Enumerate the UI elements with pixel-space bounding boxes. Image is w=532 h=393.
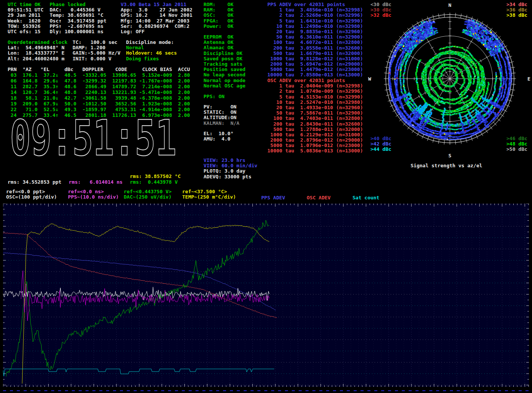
signal-trail-pixel [486,47,488,48]
text-line: Antenna OK [204,40,246,45]
signal-trail-pixel [410,118,412,120]
signal-trail-pixel [471,29,472,30]
signal-trail-pixel [487,31,488,32]
signal-trail-pixel [414,113,416,115]
text-line: V3.00 Beta 15 Jan 2011 [121,2,192,7]
text-line: EEPROM OK [204,34,246,40]
signal-strength-polar-chart: NSEW [367,0,532,170]
text-line: Temp: 38.659691 °C [50,13,107,18]
signal-trail-pixel [414,115,416,117]
text-line: 10000 tau 7.8580e-013 (n=13000) [267,72,363,78]
text-line: RAM: OK [204,7,233,13]
pps-scale-legend: ref=<0.0 ns>PPS~(10.0 ns/div) [68,189,119,200]
text-line: 500 tau 1.6679e-011 (n=32000) [267,51,363,56]
signal-trail-pixel [492,54,493,56]
signal-trail-pixel [390,85,391,86]
phase-locked-block: Phase lockedDAC: 0.445366 VTemp: 38.6596… [50,2,107,34]
signal-trail-pixel [492,39,493,41]
signal-trail-pixel [413,47,415,48]
signal-trail-pixel [455,76,457,77]
signal-trail-pixel [479,23,481,24]
signal-trail-pixel [474,37,476,39]
signal-trail-pixel [429,115,431,117]
signal-trail-pixel [472,29,474,31]
signal-trail-pixel [501,48,503,49]
text-line: 2000 tau 2.8796e-012 (n=29000) [267,137,363,143]
signal-trail-pixel [417,30,419,32]
azimuth-tick [471,136,472,141]
pps-adev-table: PPS ADEV over 42031 points 1 tau 3.4856e… [267,2,363,78]
text-line: Tracking sats [204,61,246,67]
signal-trail-pixel [490,53,491,55]
signal-trail-pixel [407,36,408,37]
elevation-tick [427,41,430,42]
signal-trail-pixel [466,21,467,22]
signal-trail-pixel [461,69,462,70]
signal-trail-pixel [423,30,424,31]
signal-trail-pixel [409,41,411,42]
signal-trail-pixel [498,49,500,51]
elevation-tick [452,72,455,73]
text-line: 10000 tau 5.0836e-013 (n=13000) [267,148,363,154]
signal-trail-pixel [496,105,498,107]
signal-trail-pixel [495,52,496,53]
signal-trail-pixel [479,28,480,30]
signal-trail-pixel [469,28,471,30]
signal-trail-pixel [424,37,425,39]
discipline-mode-block: Discipline mode:NormalHoldover: 46 secsD… [126,40,177,61]
signal-trail-pixel [422,127,424,129]
signal-trail-pixel [462,129,464,131]
signal-trail-pixel [497,61,499,63]
signal-trail-pixel [496,115,498,116]
signal-trail-pixel [468,21,470,23]
signal-trail-pixel [472,35,474,37]
elevation-tick [443,74,445,76]
signal-trail-pixel [445,129,447,131]
text-line: App: 3.0 27 Jun 2002 [121,7,192,13]
signal-trail-pixel [482,97,483,98]
signal-trail-pixel [440,134,441,136]
text-line: No leap second [204,72,246,78]
signal-trail-pixel [495,36,497,37]
azimuth-tick [461,139,461,144]
text-line: 2 tau 2.5268e-010 (n=32996) [267,13,363,18]
signal-trail-pixel [409,49,410,51]
strip-chart-plot-area [3,204,532,393]
azimuth-tick [427,136,429,141]
signal-trail-pixel [398,96,399,98]
signal-trail-pixel [483,31,484,33]
text-line: Lon: 18.4333777° E [8,50,68,56]
signal-trail-pixel [495,114,496,115]
azimuth-tick [455,13,456,18]
signal-trail-pixel [487,42,489,44]
signal-trail-pixel [485,122,487,124]
signal-trail-pixel [397,98,399,99]
signal-trail-pixel [459,94,461,95]
signal-trail-pixel [424,35,425,36]
elevation-tick [400,49,401,52]
signal-trail-pixel [477,74,478,76]
signal-trail-pixel [404,38,406,39]
signal-trail-pixel [429,19,430,20]
text-line: Normal [126,45,177,50]
signal-trail-pixel [482,29,483,30]
signal-trail-pixel [421,108,423,109]
signal-trail-pixel [480,120,481,121]
text-line: 2 tau 1.0749e-009 (n=32996) [267,89,363,94]
signal-trail-pixel [467,120,468,121]
text-line: 10 tau 1.2498e-010 (n=32980) [267,24,363,29]
signal-trail-pixel [477,27,479,28]
text-line: Dly: 100.000001 ns [50,29,107,34]
signal-trail-pixel [395,103,396,104]
signal-trail-pixel [487,37,489,39]
hardware-health-block: ROM: OKRAM: OKOSC: OKFPGA: OKPower: OK [204,2,233,29]
signal-trail-pixel [479,31,481,32]
signal-trail-pixel [426,35,427,37]
signal-trail-pixel [469,124,471,126]
signal-trail-pixel [496,113,497,115]
text-line: Holdover: 46 secs [126,50,177,56]
text-line: 200 tau 2.8430e-011 (n=32600) [267,121,363,127]
azimuth-tick [493,122,496,125]
signal-trail-pixel [485,45,487,46]
text-line: 1 tau 2.0404e-009 (n=32998) [267,83,363,89]
